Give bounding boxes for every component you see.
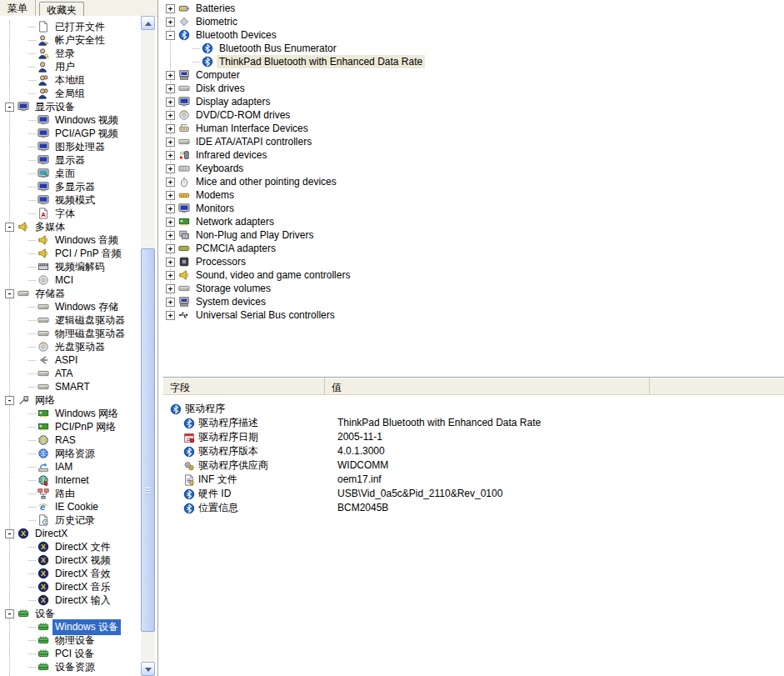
device-tree-item[interactable]: -Bluetooth Devices [158, 28, 784, 42]
expand-toggle[interactable]: + [166, 84, 175, 93]
tree-item-label: PCMCIA adapters [193, 242, 278, 255]
sidebar-scrollbar[interactable] [141, 16, 155, 676]
device-tree-item[interactable]: +PCMCIA adapters [158, 242, 784, 255]
expand-toggle[interactable]: + [166, 231, 175, 240]
tree-item-label: Infrared devices [193, 148, 269, 162]
expand-toggle[interactable]: + [166, 18, 175, 27]
sidebar-tree-item[interactable]: 光盘驱动器 [0, 340, 140, 353]
expand-toggle[interactable]: + [166, 258, 175, 267]
expand-toggle[interactable]: - [166, 31, 175, 40]
sidebar-tree-item[interactable]: ASPI [0, 353, 140, 367]
expand-toggle[interactable]: - [5, 103, 14, 112]
expand-toggle[interactable]: - [5, 223, 14, 232]
detail-row[interactable]: 驱动程序 [163, 402, 784, 416]
expand-toggle[interactable]: - [5, 289, 14, 298]
scroll-up-button[interactable] [141, 16, 155, 30]
expand-toggle[interactable]: + [166, 98, 175, 107]
storage-icon [17, 288, 29, 299]
expand-toggle[interactable]: + [166, 124, 175, 133]
device-tree-item[interactable]: +System devices [158, 295, 784, 308]
device-tree-item[interactable]: ThinkPad Bluetooth with Enhanced Data Ra… [158, 55, 784, 68]
device-tree-item[interactable]: +Mice and other pointing devices [158, 175, 784, 188]
sidebar-tree-item[interactable]: 历史记录 [0, 513, 140, 527]
scroll-down-button[interactable] [141, 662, 155, 676]
detail-row[interactable]: 驱动程序供应商WIDCOMM [163, 458, 784, 473]
sidebar-tree-item[interactable]: A字体 [0, 207, 140, 220]
tree-connector [28, 347, 36, 348]
device-tree-item[interactable]: +Human Interface Devices [158, 122, 784, 135]
sidebar-tree-item[interactable]: 视频编解码 [0, 260, 140, 273]
expand-toggle[interactable]: + [166, 138, 175, 147]
expand-toggle[interactable]: + [166, 298, 175, 307]
sidebar-tree-item[interactable]: MCI [0, 273, 140, 287]
device-tree-item[interactable]: +Infrared devices [158, 148, 784, 162]
device-tree-item[interactable]: +Modems [158, 188, 784, 202]
sidebar-tree-item[interactable]: PCI/PnP 网络 [0, 420, 140, 433]
expand-toggle[interactable]: + [166, 151, 175, 160]
system-icon [178, 296, 190, 308]
device-tree-item[interactable]: +Computer [158, 68, 784, 82]
sidebar-tree-item[interactable]: XDirectX 输入 [0, 593, 140, 607]
expand-toggle[interactable]: + [166, 178, 175, 187]
category-tree: 已打开文件帐户安全性登录用户本地组全局组-显示设备Windows 视频PCI/A… [0, 16, 140, 676]
device-tree-item[interactable]: +Monitors [158, 202, 784, 215]
device-tree-item[interactable]: +Sound, video and game controllers [158, 268, 784, 282]
expand-toggle[interactable]: + [166, 71, 175, 80]
sidebar-tree-item[interactable]: ATA [0, 367, 140, 380]
detail-header: 字段 值 [163, 377, 784, 395]
device-tree-item[interactable]: +Keyboards [158, 162, 784, 175]
detail-row[interactable]: 硬件 IDUSB\Vid_0a5c&Pid_2110&Rev_0100 [163, 487, 784, 501]
tab-menu[interactable]: 菜单 [0, 0, 36, 16]
detail-row[interactable]: 驱动程序版本4.0.1.3000 [163, 444, 784, 458]
detail-row[interactable]: 驱动程序描述ThinkPad Bluetooth with Enhanced D… [163, 416, 784, 430]
device-tree-item[interactable]: +Network adapters [158, 215, 784, 228]
tree-connector [28, 440, 36, 441]
svg-text:X: X [41, 596, 46, 604]
device-tree-item[interactable]: Bluetooth Bus Enumerator [158, 42, 784, 55]
column-header-field[interactable]: 字段 [163, 378, 325, 395]
expand-toggle[interactable]: + [166, 311, 175, 320]
file-icon [37, 21, 49, 33]
expand-toggle[interactable]: + [166, 244, 175, 253]
expand-toggle[interactable]: - [5, 609, 14, 618]
device-tree-item[interactable]: +DVD/CD-ROM drives [158, 108, 784, 122]
expand-toggle[interactable]: + [166, 111, 175, 120]
column-header-value[interactable]: 值 [325, 378, 650, 395]
tree-connector [28, 493, 36, 494]
device-tree-item[interactable]: +Non-Plug and Play Drivers [158, 228, 784, 242]
sidebar-tree-item[interactable]: SMART [0, 380, 140, 393]
net-card-icon [178, 216, 190, 228]
expand-toggle[interactable]: + [166, 218, 175, 227]
mouse-icon [178, 176, 190, 188]
device-tree-item[interactable]: +Disk drives [158, 82, 784, 95]
sidebar-tree-item[interactable]: IAM [0, 460, 140, 473]
scrollbar-thumb[interactable] [141, 248, 155, 632]
expand-toggle[interactable]: + [166, 191, 175, 200]
device-tree-item[interactable]: +Universal Serial Bus controllers [158, 308, 784, 322]
detail-row[interactable]: INF 文件oem17.inf [163, 473, 784, 487]
expand-toggle[interactable]: + [166, 271, 175, 280]
speaker-icon [37, 234, 49, 246]
expand-toggle[interactable]: + [166, 284, 175, 293]
device-tree-item[interactable]: +IDE ATA/ATAPI controllers [158, 135, 784, 148]
sidebar-tree-item[interactable]: 设备资源 [0, 660, 140, 673]
expand-toggle[interactable]: + [166, 164, 175, 173]
device-tree-item[interactable]: +Batteries [158, 2, 784, 15]
svg-text:X: X [41, 583, 46, 591]
expand-toggle[interactable]: + [166, 204, 175, 213]
detail-value: USB\Vid_0a5c&Pid_2110&Rev_0100 [337, 488, 502, 499]
device-tree-item[interactable]: +Display adapters [158, 95, 784, 108]
device-tree-item[interactable]: +Storage volumes [158, 282, 784, 295]
expand-toggle[interactable]: - [5, 529, 14, 538]
sidebar-tree-item[interactable]: 网络资源 [0, 447, 140, 460]
detail-row[interactable]: 位置信息BCM2045B [163, 501, 784, 515]
tree-item-label: Universal Serial Bus controllers [193, 308, 337, 322]
expand-toggle[interactable]: + [166, 4, 175, 13]
tab-favorites[interactable]: 收藏夹 [39, 2, 84, 16]
device-tree-item[interactable]: +Biometric [158, 15, 784, 28]
tree-item-label: ATA [52, 367, 76, 380]
sidebar-tree-item[interactable]: 路由 [0, 487, 140, 500]
expand-toggle[interactable]: - [5, 396, 14, 405]
detail-row[interactable]: 18驱动程序日期2005-11-1 [163, 430, 784, 444]
device-tree-item[interactable]: +Processors [158, 255, 784, 268]
